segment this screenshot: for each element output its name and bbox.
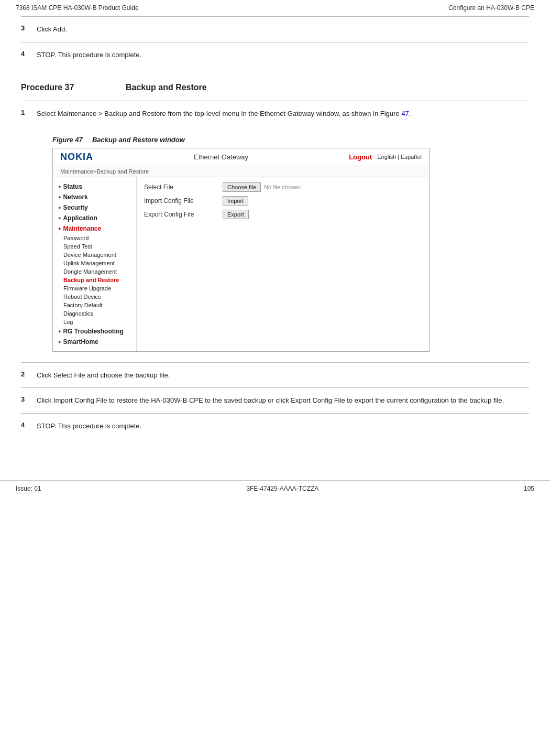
- sidebar-sub-item-dongle-management[interactable]: Dongle Management: [53, 267, 136, 276]
- sidebar-item-security[interactable]: ●Security: [53, 202, 136, 213]
- form-row-1: Import Config FileImport: [144, 196, 422, 206]
- sidebar-label-smarthome: SmartHome: [63, 338, 98, 345]
- nokia-logout[interactable]: Logout: [349, 153, 372, 161]
- nokia-topright: Logout English | Español: [349, 153, 422, 161]
- form-btn-import[interactable]: Import: [223, 196, 248, 206]
- procedure-title: Backup and Restore: [126, 83, 207, 92]
- sidebar-item-application[interactable]: ●Application: [53, 213, 136, 223]
- step-1-num: 1: [21, 109, 37, 116]
- blue-dot-icon: ●: [58, 329, 61, 334]
- step-4-row: 4 STOP. This procedure is complete.: [21, 413, 529, 439]
- main-content: 3 Click Add. 4 STOP. This procedure is c…: [0, 16, 550, 459]
- nokia-body: ●Status●Network●Security●Application●Mai…: [53, 177, 429, 351]
- step-3-text: Click Import Config File to restore the …: [37, 395, 529, 406]
- form-label-1: Import Config File: [144, 197, 217, 204]
- nokia-main: Select FileChoose fileNo file chosenImpo…: [137, 177, 429, 351]
- form-btn-export[interactable]: Export: [223, 210, 249, 219]
- nokia-topbar: NOKIA Ethernet Gateway Logout English | …: [53, 148, 429, 166]
- form-right-2: Export: [223, 210, 249, 219]
- sidebar-sub-item-uplink-management[interactable]: Uplink Management: [53, 259, 136, 267]
- figure-link[interactable]: 47: [401, 110, 409, 117]
- nokia-lang: English | Español: [377, 154, 422, 160]
- step-2-num: 2: [21, 370, 37, 378]
- sidebar-item-smarthome[interactable]: ●SmartHome: [53, 337, 136, 347]
- sidebar-sub-item-reboot-device[interactable]: Reboot Device: [53, 293, 136, 301]
- blue-dot-icon: ●: [58, 205, 61, 210]
- sidebar-label-maintenance: Maintenance: [63, 225, 101, 232]
- step-1-text: Select Maintenance > Backup and Restore …: [37, 109, 529, 119]
- sidebar-label-rg-troubleshooting: RG Troubleshooting: [63, 328, 123, 335]
- sidebar-label-security: Security: [63, 204, 87, 211]
- page-header: 7368 ISAM CPE HA-030W-B Product Guide Co…: [0, 0, 550, 16]
- form-label-0: Select File: [144, 183, 217, 191]
- form-label-2: Export Config File: [144, 211, 217, 218]
- step-2-text: Click Select File and choose the backup …: [37, 370, 529, 381]
- sidebar-sub-item-diagnostics[interactable]: Diagnostics: [53, 309, 136, 318]
- step-4-num: 4: [21, 421, 37, 429]
- sidebar-sub-item-device-management[interactable]: Device Management: [53, 251, 136, 259]
- sidebar-sub-item-factory-default[interactable]: Factory Default: [53, 301, 136, 309]
- top-step-4-num: 4: [21, 50, 37, 58]
- blue-dot-icon: ●: [58, 339, 61, 344]
- nokia-window: NOKIA Ethernet Gateway Logout English | …: [52, 148, 430, 352]
- procedure-heading: Procedure 37 Backup and Restore: [21, 83, 529, 92]
- form-row-0: Select FileChoose fileNo file chosen: [144, 182, 422, 192]
- sidebar-item-status[interactable]: ●Status: [53, 181, 136, 192]
- top-steps: 3 Click Add. 4 STOP. This procedure is c…: [21, 16, 529, 67]
- steps-234: 2 Click Select File and choose the backu…: [21, 362, 529, 439]
- nokia-breadcrumb: Maintenance>Backup and Restore: [53, 166, 429, 177]
- procedure-label: Procedure 37: [21, 83, 105, 92]
- blue-dot-icon: ●: [58, 195, 61, 200]
- step-3-num: 3: [21, 395, 37, 403]
- nokia-sidebar: ●Status●Network●Security●Application●Mai…: [53, 177, 137, 351]
- sidebar-item-maintenance[interactable]: ●Maintenance: [53, 223, 136, 234]
- footer-right: 105: [524, 485, 534, 492]
- step-4-text: STOP. This procedure is complete.: [37, 421, 529, 431]
- top-step-4-row: 4 STOP. This procedure is complete.: [21, 42, 529, 68]
- sidebar-label-application: Application: [63, 214, 97, 222]
- sidebar-label-status: Status: [63, 183, 82, 190]
- sidebar-label-network: Network: [63, 193, 87, 201]
- header-left: 7368 ISAM CPE HA-030W-B Product Guide: [16, 4, 139, 12]
- nokia-logo: NOKIA: [60, 152, 93, 163]
- form-btn-choose-file[interactable]: Choose file: [223, 182, 261, 192]
- figure-title: Backup and Restore window: [92, 136, 185, 144]
- sidebar-sub-item-speed-test[interactable]: Speed Test: [53, 242, 136, 251]
- top-step-3-text: Click Add.: [37, 24, 529, 35]
- step-3-row: 3 Click Import Config File to restore th…: [21, 387, 529, 413]
- top-step-3-num: 3: [21, 24, 37, 32]
- header-right: Configure an HA-030W-B CPE: [448, 4, 534, 12]
- footer-left: Issue: 01: [16, 485, 41, 492]
- blue-dot-icon: ●: [58, 184, 61, 189]
- sidebar-item-rg-troubleshooting[interactable]: ●RG Troubleshooting: [53, 326, 136, 337]
- footer-center: 3FE-47429-AAAA-TCZZA: [246, 485, 318, 492]
- step-2-row: 2 Click Select File and choose the backu…: [21, 362, 529, 388]
- sidebar-item-network[interactable]: ●Network: [53, 192, 136, 202]
- no-file-text: No file chosen: [264, 184, 301, 190]
- nokia-center-label: Ethernet Gateway: [194, 153, 248, 161]
- sidebar-sub-item-password[interactable]: Password: [53, 234, 136, 242]
- top-step-3-row: 3 Click Add.: [21, 16, 529, 42]
- top-step-4-text: STOP. This procedure is complete.: [37, 50, 529, 60]
- step-1-row: 1 Select Maintenance > Backup and Restor…: [21, 101, 529, 126]
- page-footer: Issue: 01 3FE-47429-AAAA-TCZZA 105: [0, 480, 550, 496]
- sidebar-sub-item-firmware-upgrade[interactable]: Firmware Upgrade: [53, 284, 136, 293]
- blue-dot-icon: ●: [58, 215, 61, 221]
- figure-label-bold: Figure 47: [52, 136, 90, 144]
- form-right-1: Import: [223, 196, 248, 206]
- form-row-2: Export Config FileExport: [144, 210, 422, 219]
- red-dot-icon: ●: [58, 226, 61, 231]
- figure-label: Figure 47 Backup and Restore window: [52, 136, 529, 144]
- form-right-0: Choose fileNo file chosen: [223, 182, 301, 192]
- sidebar-sub-item-log[interactable]: Log: [53, 318, 136, 326]
- sidebar-sub-item-backup-and-restore[interactable]: Backup and Restore: [53, 276, 136, 284]
